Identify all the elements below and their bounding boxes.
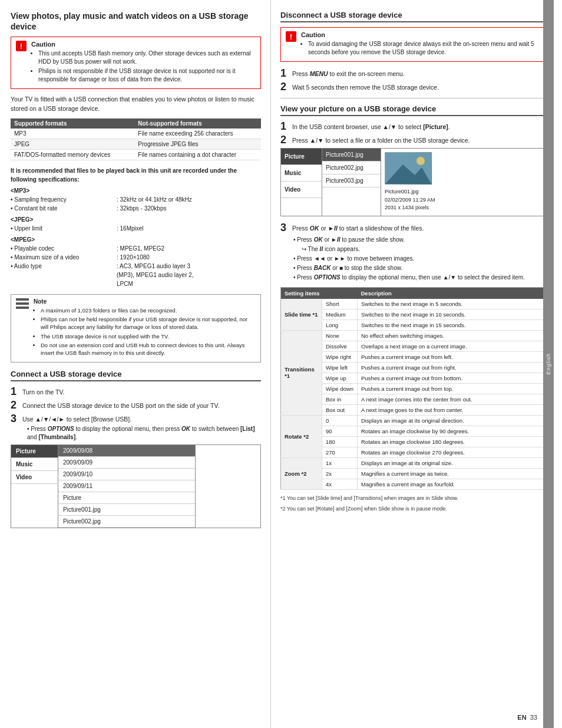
pic-date: 02/02/2009 11:29 AM (385, 196, 540, 205)
picture-browser: Picture Music Video Picture001.jpg Pictu… (280, 148, 544, 216)
transition-box-out-desc: A next image goes to the out from center… (358, 404, 544, 415)
transitions-label: Transitions *1 (281, 330, 322, 415)
pic-mid-item-2[interactable]: Picture002.jpg (322, 162, 381, 174)
browser-mid-item-6[interactable]: Picture001.jpg (58, 504, 195, 516)
rotate-0: 0 (322, 415, 358, 426)
pic-mid-panel: Picture001.jpg Picture002.jpg Picture003… (322, 149, 381, 216)
caution-icon-left: ! (16, 41, 27, 51)
side-tab: English (543, 0, 554, 728)
picture-info: Picture001.jpg 02/02/2009 11:29 AM 2031 … (385, 188, 540, 212)
browser-item-picture[interactable]: Picture (11, 445, 58, 458)
page-num-value: 33 (530, 714, 537, 721)
transition-wipe-left-desc: Pushes a current image out from right. (358, 362, 544, 373)
browser-mid-item-7[interactable]: Picture002.jpg (58, 516, 195, 528)
caution-text-right: To avoid damaging the USB storage device… (301, 40, 539, 57)
transition-box-in: Box in (322, 394, 358, 404)
pic-mid-item-3[interactable]: Picture003.jpg (322, 174, 381, 187)
formats-th-notsupported: Not-supported formats (134, 118, 261, 129)
browser-mid-panel: 2009/09/08 2009/09/09 2009/09/10 2009/09… (58, 445, 196, 528)
caution-item-1: This unit accepts USB flash memory only.… (38, 50, 256, 66)
spec-row: • Upper limit : 16Mpixel (11, 224, 261, 233)
spec-label: • Sampling frequency (11, 195, 117, 204)
pic-item-music[interactable]: Music (281, 165, 322, 182)
spec-row: • Constant bit rate : 32kbps - 320kbps (11, 204, 261, 213)
browser-mid-item-5[interactable]: Picture (58, 492, 195, 504)
spec-row: • Maximum size of a video : 1920×1080 (11, 253, 261, 262)
spec-label: • Playable codec (11, 244, 117, 253)
connect-step-1: 1 Turn on the TV. (11, 386, 261, 397)
transition-dissolve-desc: Overlaps a next image on a current image… (358, 341, 544, 351)
table-row: Slide time *1 Short Switches to the next… (281, 299, 544, 309)
transition-wipe-right-desc: Pushes a current image out from left. (358, 351, 544, 362)
spec-value: : 16Mpixel (117, 224, 261, 233)
rotate-90: 90 (322, 426, 358, 436)
browser-item-video[interactable]: Video (11, 471, 58, 484)
note-text: A maximum of 1,023 folders or files can … (34, 307, 256, 357)
format-supported-3: FAT/DOS-formatted memory devices (11, 149, 134, 160)
settings-table: Setting items Description Slide time *1 … (280, 287, 544, 490)
table-row: Zoom *2 1x Displays an image at its orig… (281, 457, 544, 468)
settings-table-header: Setting items Description (281, 287, 544, 299)
pic-item-picture[interactable]: Picture (281, 149, 322, 165)
browser-mid-item-3[interactable]: 2009/09/10 (58, 469, 195, 480)
format-notsupported-2: Progressive JPEG files (134, 139, 261, 149)
view-step-3: 3 Press OK or ►II to start a slideshow o… (280, 222, 544, 233)
settings-th-items: Setting items (281, 287, 358, 299)
browser-mid-item-2[interactable]: 2009/09/09 (58, 457, 195, 469)
connect-step-2: 2 Connect the USB storage device to the … (11, 400, 261, 410)
specs-section: It is recommended that files to be playe… (11, 166, 261, 288)
transition-box-in-desc: A next image comes into the center from … (358, 394, 544, 404)
browser-item-music[interactable]: Music (11, 458, 58, 471)
caution-text-left: This unit accepts USB flash memory only.… (31, 50, 256, 84)
note-box: Note A maximum of 1,023 folders or files… (11, 294, 261, 363)
step-text-1: Turn on the TV. (22, 386, 261, 397)
transition-none: None (322, 330, 358, 341)
format-notsupported-3: File names containing a dot character (134, 149, 261, 160)
step3-bullet-3: • Press BACK or ■ to stop the slide show… (293, 263, 544, 273)
table-row: JPEG Progressive JPEG files (11, 139, 261, 149)
disconnect-step-num-1: 1 (280, 68, 289, 78)
note-item-1: A maximum of 1,023 folders or files can … (41, 307, 256, 314)
pic-right-panel: Picture001.jpg 02/02/2009 11:29 AM 2031 … (381, 149, 544, 216)
view-step-text-3: Press OK or ►II to start a slideshow of … (292, 222, 544, 233)
footnote-2: *2 You can set [Rotate] and [Zoom] when … (280, 505, 544, 513)
transition-wipe-down-desc: Pushes a current image out from top. (358, 383, 544, 394)
disconnect-step-text-2: Wait 5 seconds then remove the USB stora… (292, 81, 544, 92)
slide-time-medium: Medium (322, 309, 358, 319)
browser-mid-item-4[interactable]: 2009/09/11 (58, 480, 195, 492)
step-number-1: 1 (11, 386, 19, 397)
slide-time-long-desc: Switches to the next image in 15 seconds… (358, 319, 544, 330)
rotate-180-desc: Rotates an image clockwise 180 degrees. (358, 436, 544, 447)
main-title: View photos, play music and watch videos… (11, 11, 261, 32)
transition-wipe-up-desc: Pushes a current image out from bottom. (358, 373, 544, 383)
table-row: MP3 File name exceeding 256 characters (11, 129, 261, 139)
disconnect-title: Disconnect a USB storage device (280, 11, 544, 22)
caution-item-2: Philips is not responsible if the USB st… (38, 67, 256, 84)
rotate-label: Rotate *2 (281, 415, 322, 457)
spec-value: : 32kHz or 44.1kHz or 48kHz (117, 195, 261, 204)
jpeg-label: <JPEG> (11, 215, 261, 224)
table-row: Transitions *1 None No effect when switc… (281, 330, 544, 341)
pic-filename: Picture001.jpg (385, 188, 540, 196)
spec-row: • Sampling frequency : 32kHz or 44.1kHz … (11, 195, 261, 204)
slide-time-medium-desc: Switches to the next image in 10 seconds… (358, 309, 544, 319)
left-column: View photos, play music and watch videos… (0, 0, 271, 728)
slide-time-label: Slide time *1 (281, 299, 322, 331)
page-number: EN 33 (517, 714, 537, 721)
pic-item-video[interactable]: Video (281, 182, 322, 198)
note-item-2: Philips can not be held responsible if y… (41, 315, 256, 331)
table-row: FAT/DOS-formatted memory devices File na… (11, 149, 261, 160)
browser-mid-item-1[interactable]: 2009/09/08 (58, 445, 195, 457)
disconnect-step-num-2: 2 (280, 81, 289, 92)
transition-wipe-up: Wipe up (322, 373, 358, 383)
slide-time-short: Short (322, 299, 358, 309)
caution-content-right: Caution To avoid damaging the USB storag… (301, 31, 539, 58)
disconnect-step-text-1: Press MENU to exit the on-screen menu. (292, 68, 544, 78)
formats-table: Supported formats Not-supported formats … (11, 118, 261, 160)
rotate-0-desc: Displays an image at its original direct… (358, 415, 544, 426)
spec-label: • Maximum size of a video (11, 253, 117, 262)
note-item-3: The USB storage device is not supplied w… (41, 332, 256, 340)
pic-mid-item-1[interactable]: Picture001.jpg (322, 149, 381, 162)
browser-row: Picture Music Video 2009/09/08 2009/09/0… (11, 445, 260, 528)
step3-bullet-4: • Press OPTIONS to display the optional … (293, 273, 544, 282)
